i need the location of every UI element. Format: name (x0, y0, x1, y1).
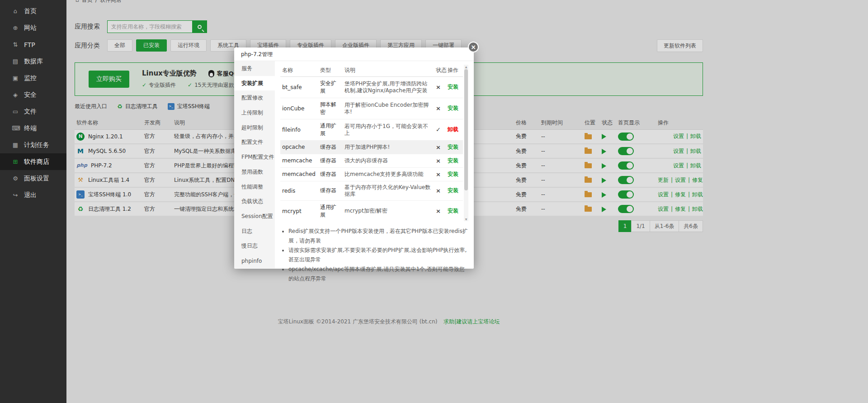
ext-row: bt_safe 安全扩展 堡塔PHP安全扩展,用于增强防跨站机制,建议Nginx… (280, 76, 463, 98)
sidebar-item-label: 退出 (24, 191, 37, 199)
sidebar-item-terminal[interactable]: ⌨终端 (0, 120, 66, 137)
sidebar-item-database[interactable]: ▤数据库 (0, 53, 66, 70)
ext-type: 缓存器 (318, 140, 343, 154)
ext-desc: 堡塔PHP安全扩展,用于增强防跨站机制,建议Nginx/Apache用户安装 (343, 76, 434, 98)
sidebar: ⌂首页 ⊕网站 ⇅FTP ▤数据库 ▣监控 ◈安全 ▭文件 ⌨终端 ▦计划任务 … (0, 0, 66, 403)
dialog-title: php-7.2管理 (234, 47, 474, 61)
sidebar-item-files[interactable]: ▭文件 (0, 103, 66, 120)
database-icon: ▤ (12, 58, 19, 65)
ext-name: fileinfo (280, 119, 318, 140)
ext-row: ionCube 脚本解密 用于解密ionCube Encoder加密脚本! × … (280, 98, 463, 119)
ext-install-link[interactable]: 安装 (448, 105, 458, 111)
ext-name: memcache (280, 154, 318, 167)
tab-logs[interactable]: 日志 (234, 224, 275, 239)
tab-config-modify[interactable]: 配置修改 (234, 90, 275, 105)
ext-desc: mcrypt加密/解密 (343, 200, 434, 221)
not-installed-icon: × (436, 144, 441, 151)
logout-icon: ↪ (12, 192, 19, 199)
terminal-icon: ⌨ (12, 125, 19, 132)
sidebar-item-cron[interactable]: ▦计划任务 (0, 137, 66, 153)
ext-uninstall-link[interactable]: 卸载 (448, 126, 458, 133)
globe-icon: ⊕ (12, 24, 19, 31)
ext-name: ionCube (280, 98, 318, 119)
tab-service[interactable]: 服务 (234, 61, 275, 76)
sidebar-item-label: 安全 (24, 91, 37, 99)
not-installed-icon: × (436, 157, 441, 164)
dialog-tab-list: 服务 安装扩展 配置修改 上传限制 超时限制 配置文件 FPM配置文件 禁用函数… (234, 61, 275, 268)
sidebar-item-label: 数据库 (24, 57, 43, 66)
sidebar-item-monitor[interactable]: ▣监控 (0, 70, 66, 86)
ext-desc: 用于解密ionCube Encoder加密脚本! (343, 98, 434, 119)
note-item: Redis扩展仅支持一个PHP版本安装使用，若在其它PHP版本已安装redis扩… (288, 227, 468, 246)
ext-row: fileinfo 通用扩展 若可用内存小于1G，可能会安装不上 ✓ 卸载 (280, 119, 463, 140)
ext-desc: 用于加速PHP脚本! (343, 140, 434, 154)
scroll-down-icon[interactable]: ▼ (464, 218, 468, 221)
monitor-icon: ▣ (12, 75, 19, 81)
ext-row: opcache 缓存器 用于加速PHP脚本! × 安装 (280, 140, 463, 154)
ext-desc: 基于内存亦可持久化的Key-Value数据库 (343, 181, 434, 200)
ext-type: 通用扩展 (318, 119, 343, 140)
ext-col-desc: 说明 (343, 65, 434, 76)
ext-col-action: 操作 (446, 65, 463, 76)
scroll-up-icon[interactable]: ▲ (464, 65, 468, 68)
sidebar-item-panel-settings[interactable]: ⚙面板设置 (0, 170, 66, 187)
tab-disabled-functions[interactable]: 禁用函数 (234, 165, 275, 180)
ext-name: mcrypt (280, 200, 318, 221)
ext-col-name: 名称 (280, 65, 318, 76)
note-item: opcache/xcache/apc等脚本缓存扩展,请只安装其中1个,否则可能导… (288, 265, 468, 284)
sidebar-item-ftp[interactable]: ⇅FTP (0, 36, 66, 53)
folder-icon: ▭ (12, 108, 19, 115)
sidebar-item-websites[interactable]: ⊕网站 (0, 19, 66, 36)
close-icon[interactable]: × (468, 42, 479, 52)
ext-desc: 强大的内容缓存器 (343, 154, 434, 167)
ext-name: redis (280, 181, 318, 200)
home-icon: ⌂ (12, 8, 19, 14)
tab-slow-logs[interactable]: 慢日志 (234, 239, 275, 254)
tab-config-file[interactable]: 配置文件 (234, 135, 275, 150)
not-installed-icon: × (436, 84, 441, 90)
sidebar-item-logout[interactable]: ↪退出 (0, 187, 66, 204)
sidebar-item-security[interactable]: ◈安全 (0, 86, 66, 103)
sidebar-item-app-store[interactable]: ⊞软件商店 (0, 153, 66, 170)
tab-upload-limit[interactable]: 上传限制 (234, 105, 275, 120)
shield-icon: ◈ (12, 91, 19, 98)
sidebar-item-label: 首页 (24, 7, 37, 15)
ext-install-link[interactable]: 安装 (448, 187, 458, 194)
ext-install-link[interactable]: 安装 (448, 144, 458, 150)
sidebar-item-label: 面板设置 (24, 175, 49, 183)
extensions-table: 名称 类型 说明 状态 操作 bt_safe 安全扩展 堡塔PHP安全扩展,用于… (280, 65, 463, 221)
not-installed-icon: × (436, 105, 441, 112)
scrollbar-thumb[interactable] (464, 69, 468, 190)
tab-session-config[interactable]: Session配置 (234, 209, 275, 224)
schedule-icon: ▦ (12, 142, 19, 148)
gear-icon: ⚙ (12, 175, 19, 182)
ext-install-link[interactable]: 安装 (448, 157, 458, 164)
extension-notes: Redis扩展仅支持一个PHP版本安装使用，若在其它PHP版本已安装redis扩… (288, 227, 468, 284)
ext-install-link[interactable]: 安装 (448, 171, 458, 177)
tab-fpm-config-file[interactable]: FPM配置文件 (234, 150, 275, 165)
tab-performance-tuning[interactable]: 性能调整 (234, 180, 275, 194)
ext-name: memcached (280, 167, 318, 181)
not-installed-icon: × (436, 171, 441, 178)
ext-header-row: 名称 类型 说明 状态 操作 (280, 65, 463, 76)
ext-install-link[interactable]: 安装 (448, 84, 458, 90)
ext-type: 安全扩展 (318, 76, 343, 98)
sidebar-item-home[interactable]: ⌂首页 (0, 3, 66, 19)
sidebar-item-label: 终端 (24, 124, 37, 133)
ext-desc: 比memcache支持更多高级功能 (343, 167, 434, 181)
tab-timeout-limit[interactable]: 超时限制 (234, 120, 275, 135)
tab-load-status[interactable]: 负载状态 (234, 194, 275, 209)
php-manage-dialog: × php-7.2管理 服务 安装扩展 配置修改 上传限制 超时限制 配置文件 … (234, 47, 474, 269)
sidebar-item-label: 文件 (24, 108, 37, 116)
ext-col-type: 类型 (318, 65, 343, 76)
sidebar-item-label: 网站 (24, 24, 37, 32)
ext-row: memcache 缓存器 强大的内容缓存器 × 安装 (280, 154, 463, 167)
sidebar-item-label: 监控 (24, 74, 37, 82)
tab-phpinfo[interactable]: phpinfo (234, 253, 275, 268)
ext-install-link[interactable]: 安装 (448, 208, 458, 214)
scrollbar[interactable]: ▲ ▼ (464, 65, 468, 221)
tab-install-extensions[interactable]: 安装扩展 (234, 76, 275, 91)
not-installed-icon: × (436, 187, 441, 194)
sidebar-item-label: FTP (24, 41, 35, 48)
ext-type: 缓存器 (318, 181, 343, 200)
